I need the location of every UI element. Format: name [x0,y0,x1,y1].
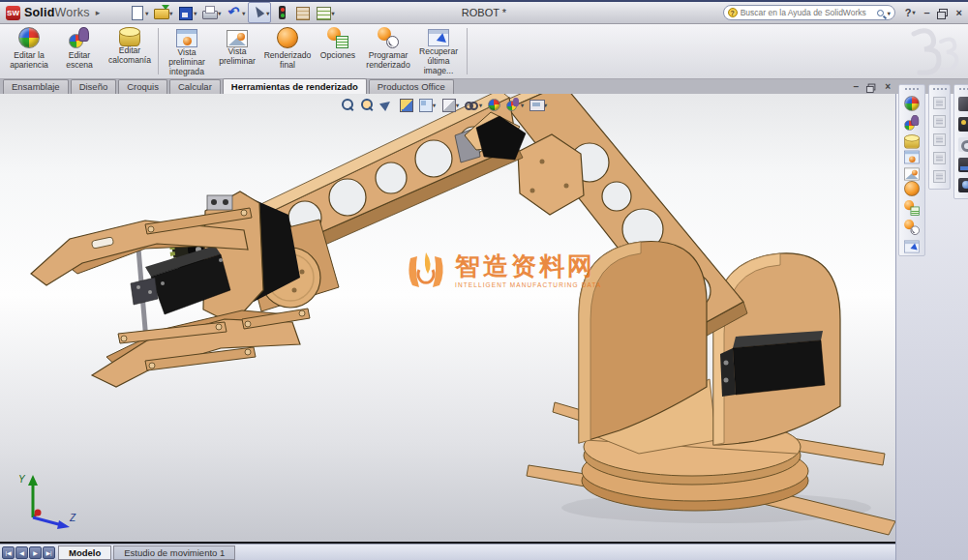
new-document-button-icon [129,5,144,20]
tab-ensamblaje[interactable]: Ensamblaje [3,79,69,94]
integrated-preview-tool-icon [904,151,920,164]
quick-access-toolbar: ▾▾▾▾▾▾▾ [127,2,336,23]
dropdown-arrow-icon[interactable]: ▾ [456,102,459,108]
ribbon-button-label: Recuperar última image... [413,46,464,75]
first-tab-button[interactable]: |◀ [2,546,15,559]
toolbar-grip-handle[interactable] [905,88,919,91]
preview-window-button[interactable]: Vista preliminar [212,26,262,66]
base-servo[interactable] [720,331,825,397]
menu-expand-icon[interactable]: ▸ [96,8,101,17]
options-list-button[interactable]: ▾ [313,2,336,23]
integrated-preview-tool[interactable] [900,147,923,163]
options-button[interactable]: Opciones [313,26,363,60]
open-button[interactable]: ▾ [151,2,174,23]
tab-herramientas-de-renderizado[interactable]: Herramientas de renderizado [223,78,367,94]
next-tab-button[interactable]: ▶ [29,546,42,559]
search-dropdown-icon[interactable]: ▾ [888,10,891,16]
doc-restore-button[interactable] [867,83,876,91]
last-tab-button[interactable]: ▶| [43,546,55,559]
save-button[interactable]: ▾ [175,2,198,23]
copy-tool-icon [933,133,946,146]
file-explorer-tab[interactable] [955,134,968,155]
tab-calcular[interactable]: Calcular [169,79,221,94]
print-button-icon [201,5,217,20]
schedule-render-button[interactable]: Programar renderizado [363,26,413,70]
previous-view-button-icon [379,98,393,111]
toolbar-grip-handle[interactable] [959,88,968,91]
recall-last-image-button[interactable]: Recuperar última image... [413,26,464,75]
dropdown-arrow-icon[interactable]: ▾ [266,10,269,16]
edit-scene-tool[interactable] [900,113,923,133]
hide-show-items-button[interactable]: ▾ [465,98,482,111]
search-input[interactable] [741,8,874,17]
preview-window-tool[interactable] [900,163,923,179]
hide-show-items-button-icon [465,98,478,111]
search-icon[interactable] [877,10,884,16]
help-button[interactable]: ?▾ [905,8,916,18]
view-orientation-button[interactable]: ▾ [418,98,436,111]
recall-last-image-button-icon [428,29,449,46]
dropdown-arrow-icon[interactable]: ▾ [521,102,524,108]
recall-last-image-tool-icon [904,241,920,253]
integrated-preview-button[interactable]: Vista preliminar integrada [162,26,212,76]
appearances-tab[interactable] [955,175,968,195]
help-search-box[interactable]: ? ▾ [723,5,895,20]
render-options-tool[interactable] [900,198,923,218]
integrated-preview-button-icon [176,29,197,47]
gripper-assembly[interactable] [31,192,310,387]
section-view-button[interactable] [399,98,412,111]
print-button[interactable]: ▾ [199,2,223,23]
edit-scene-button[interactable]: Editar escena [54,26,105,70]
model-tab[interactable]: Modelo [58,545,111,560]
dropdown-arrow-icon[interactable]: ▾ [145,10,148,16]
undo-button[interactable]: ▾ [224,2,247,23]
select-button[interactable]: ▾ [248,2,271,23]
doc-close-button[interactable]: × [885,81,891,92]
dropdown-arrow-icon[interactable]: ▾ [479,102,482,108]
dropdown-arrow-icon[interactable]: ▾ [433,102,436,108]
view-settings-button[interactable]: ▾ [529,98,547,111]
edit-appearance-button[interactable]: Editar la apariencia [4,26,54,70]
dropdown-arrow-icon[interactable]: ▾ [194,10,197,16]
edit-appearance-button[interactable] [488,99,500,111]
edit-decal-tool[interactable] [900,133,923,147]
group-separator [158,28,159,74]
interference-detection-button[interactable] [272,2,291,23]
toolbar-grip-handle[interactable] [933,88,947,91]
final-render-tool[interactable] [900,179,923,198]
undo-tool-icon [933,115,946,128]
minimize-button[interactable]: – [923,8,929,18]
prev-tab-button[interactable]: ◀ [15,546,28,559]
edit-appearance-tool[interactable] [900,94,923,113]
apply-scene-button[interactable]: ▾ [506,98,524,111]
motion-study-tab[interactable]: Estudio de movimiento 1 [113,545,235,560]
tab-croquis[interactable]: Croquis [118,79,167,94]
restore-button[interactable] [939,9,948,16]
design-library-tab[interactable] [955,114,968,134]
recall-last-image-tool[interactable] [900,237,923,252]
dropdown-arrow-icon[interactable]: ▾ [242,10,245,16]
solidworks-resources-tab[interactable] [955,94,968,114]
tab-diseno[interactable]: Diseño [71,79,117,94]
display-style-button[interactable]: ▾ [441,98,459,111]
graphics-viewport[interactable]: ▾▾▾▾▾ 智造资料网 INTELLIGENT MANUFACTURING DA… [0,94,895,544]
final-render-button[interactable]: Renderizado final [262,26,313,70]
close-button[interactable]: × [956,8,962,18]
dropdown-arrow-icon[interactable]: ▾ [331,10,334,16]
schedule-render-tool[interactable] [900,218,923,237]
tab-productos-office[interactable]: Productos Office [369,79,454,94]
ribbon-button-label: Editar escena [54,50,105,70]
zoom-fit-button[interactable] [341,98,354,111]
new-document-button[interactable]: ▾ [127,2,150,23]
dropdown-arrow-icon[interactable]: ▾ [169,10,172,16]
file-properties-button[interactable] [292,2,312,23]
robot-arm-model[interactable] [0,94,895,544]
layers-tool [930,167,949,186]
view-palette-tab[interactable] [955,155,968,175]
zoom-area-button[interactable] [360,98,374,111]
dropdown-arrow-icon[interactable]: ▾ [218,10,221,16]
doc-minimize-button[interactable]: – [854,81,860,92]
ribbon-button-label: Programar renderizado [363,50,413,70]
edit-decal-button[interactable]: Editar calcomanía [105,26,155,65]
previous-view-button[interactable] [379,98,393,111]
